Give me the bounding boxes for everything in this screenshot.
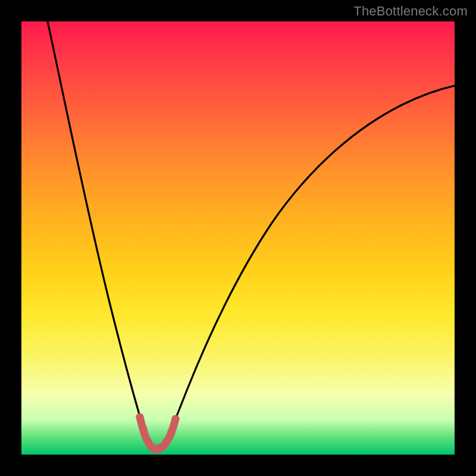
watermark-text: TheBottleneck.com <box>353 4 468 19</box>
curve-right <box>167 86 455 441</box>
chart-frame: TheBottleneck.com <box>0 0 476 476</box>
svg-point-2 <box>144 437 152 445</box>
highlight-dots <box>136 414 180 452</box>
svg-point-4 <box>156 444 164 452</box>
svg-point-7 <box>172 415 180 423</box>
svg-point-0 <box>136 414 144 421</box>
curve-left <box>48 21 147 441</box>
svg-point-6 <box>168 428 176 436</box>
svg-point-5 <box>163 438 171 446</box>
plot-area <box>21 21 455 455</box>
svg-point-1 <box>140 425 148 433</box>
curve-layer <box>21 21 455 455</box>
